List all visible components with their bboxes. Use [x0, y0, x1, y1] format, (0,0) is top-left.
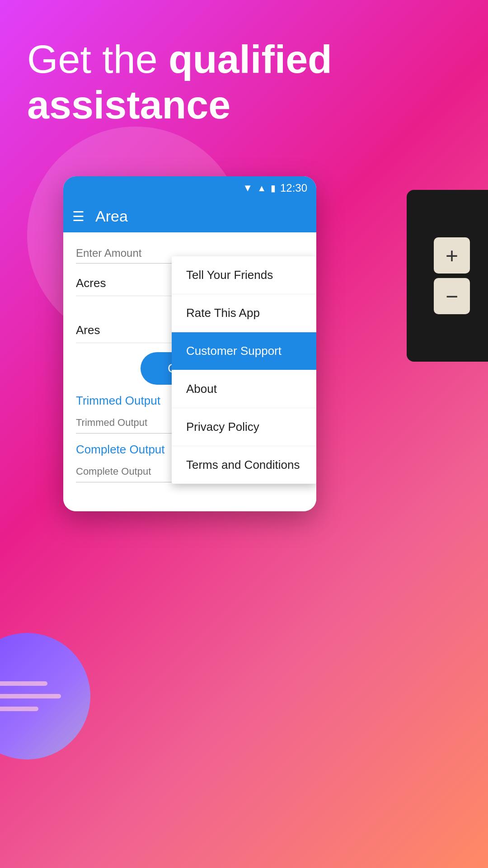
menu-item-customer-support[interactable]: Customer Support: [172, 332, 316, 370]
ball-line-1: [0, 681, 47, 686]
status-icons: ▼ ▲ ▮ 12:30: [243, 182, 307, 194]
wifi-icon: ▼: [243, 182, 253, 194]
calc-plus-btn: +: [434, 237, 470, 274]
battery-icon: ▮: [271, 183, 276, 193]
dropdown-menu: Tell Your Friends Rate This App Customer…: [172, 256, 316, 484]
menu-item-tell-your-friends[interactable]: Tell Your Friends: [172, 256, 316, 294]
headline-normal: Get the: [27, 37, 169, 81]
headline-bold-qualified: qualified: [169, 37, 332, 81]
ball-line-2: [0, 694, 61, 698]
menu-item-about[interactable]: About: [172, 370, 316, 408]
menu-item-rate-this-app[interactable]: Rate This App: [172, 294, 316, 332]
headline-bold-assistance: assistance: [27, 82, 230, 127]
ball-line-3: [0, 707, 38, 711]
phone-mockup: ▼ ▲ ▮ 12:30 ☰ Area Tell Your Friends Rat…: [63, 176, 316, 511]
menu-item-terms-and-conditions[interactable]: Terms and Conditions: [172, 446, 316, 484]
ball-lines: [0, 681, 61, 711]
status-bar: ▼ ▲ ▮ 12:30: [63, 176, 316, 200]
calc-minus-btn: −: [434, 278, 470, 314]
menu-item-privacy-policy[interactable]: Privacy Policy: [172, 408, 316, 446]
app-bar: ☰ Area Tell Your Friends Rate This App C…: [63, 200, 316, 232]
ball-decoration: [0, 633, 90, 760]
signal-icon: ▲: [257, 183, 266, 193]
headline: Get the qualified assistance: [27, 36, 461, 127]
hamburger-icon[interactable]: ☰: [72, 208, 84, 224]
status-time: 12:30: [280, 182, 307, 194]
app-title: Area: [95, 208, 128, 225]
calculator-decoration: + −: [407, 190, 488, 362]
